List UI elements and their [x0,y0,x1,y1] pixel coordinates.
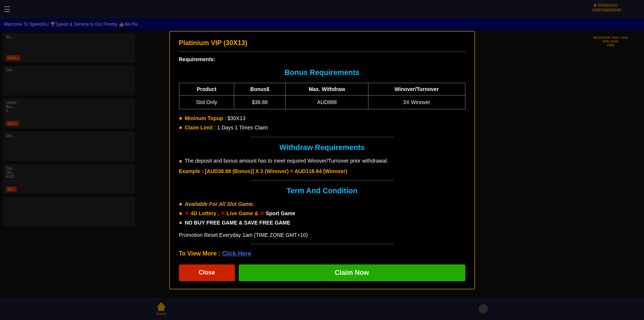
modal-backdrop: Platinium VIP (30X13) Requirements: Bonu… [0,0,644,320]
withdraw-bullet: ● [179,158,183,164]
tc-live: Live Game & [227,210,260,216]
tc-cross-content: ✕ 4D Lottery , ✕ Live Game & ✕ Sport Gam… [185,210,295,216]
tc-bullet-3: ● [179,219,183,226]
table-cell-max-withdraw: AUD888 [286,95,368,109]
bullet-claim-content: Claim Limit : 1 Days 1 Times Claim [185,125,268,131]
tc-lottery: 4D Lottery , [191,210,219,216]
tc-bullet-2: ● [179,210,183,217]
table-cell-product: Slot Only [179,95,234,109]
requirements-bullets: ● Mininum Topup : $30X13 ● Claim Limit :… [179,115,465,131]
section-divider-3 [251,244,394,244]
close-button[interactable]: Close [179,264,235,281]
claim-value: : 1 Days 1 Times Claim [214,125,268,131]
table-header-product: Product [179,83,234,95]
tc-item-cross: ● ✕ 4D Lottery , ✕ Live Game & ✕ Sport G… [179,210,465,217]
table-cell-bonus: $38.88 [234,95,286,109]
bullet-dot-2: ● [179,124,183,131]
bullet-claim-limit: ● Claim Limit : 1 Days 1 Times Claim [179,125,465,131]
topup-value: : $30X13 [224,115,245,121]
tc-list: ● Available For All Slot Game. ● ✕ 4D Lo… [179,201,465,226]
tc-cross-1: ✕ [185,210,189,216]
modal-title-divider [179,51,465,52]
view-more-label: To View More : [179,250,220,257]
section-divider-2 [251,180,394,181]
claim-label-text: Claim Limit [185,125,213,131]
bullet-topup-label: Mininum Topup : $30X13 [185,115,245,121]
claim-button[interactable]: Claim Now [239,264,465,281]
tc-sport: Sport Game [266,210,295,216]
modal-title: Platinium VIP (30X13) [179,39,465,47]
term-condition-title: Term And Condition [179,186,465,195]
bonus-requirements-title: Bonus Requirements [179,68,465,77]
tc-cross-2: ✕ [221,210,225,216]
bonus-table: Product Bonus$ Max. Withdraw Winover/Tur… [179,83,465,109]
table-header-max-withdraw: Max. Withdraw [286,83,368,95]
table-cell-winover: 3X Winover [368,95,465,109]
tc-item-available: ● Available For All Slot Game. [179,201,465,207]
tc-available-text: Available For All Slot Game. [185,201,254,207]
table-header-winover: Winover/Turnover [368,83,465,95]
table-row: Slot Only $38.88 AUD888 3X Winover [179,95,465,109]
withdraw-requirements-title: Withdraw Requirements [179,143,465,152]
tc-cross-3: ✕ [260,210,264,216]
tc-nobuy-text: NO BUY FREE GAME & SAVE FREE GAME [185,220,290,226]
tc-bullet-1: ● [179,201,183,207]
tc-item-nobuy: ● NO BUY FREE GAME & SAVE FREE GAME [179,220,465,226]
bullet-min-topup: ● Mininum Topup : $30X13 [179,115,465,122]
withdraw-text: ● The deposit and bonus amount has to me… [179,158,465,164]
example-text: Example : [AUD38.88 (Bonus)] X 3 (Winove… [179,168,465,174]
section-divider-1 [251,137,394,137]
requirements-label: Requirements: [179,56,465,62]
withdraw-description: The deposit and bonus amount has to meet… [185,158,388,164]
bullet-dot-1: ● [179,115,183,122]
table-header-bonus: Bonus$ [234,83,286,95]
view-more: To View More : Click Here [179,250,465,257]
view-more-link[interactable]: Click Here [222,250,251,257]
promo-reset: Promotion Reset Everyday 1am (TIME ZONE … [179,232,465,238]
modal-dialog: Platinium VIP (30X13) Requirements: Bonu… [169,31,475,289]
modal-footer: Close Claim Now [179,264,465,281]
topup-label-text: Mininum Topup [185,115,223,121]
